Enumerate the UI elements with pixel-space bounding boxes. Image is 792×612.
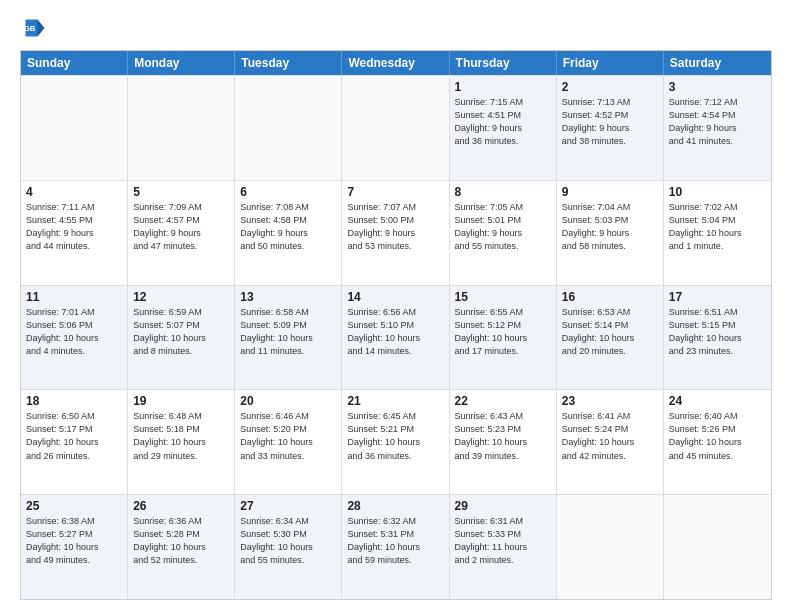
calendar: SundayMondayTuesdayWednesdayThursdayFrid… xyxy=(20,50,772,600)
logo: GB xyxy=(20,16,52,40)
calendar-cell: 10Sunrise: 7:02 AM Sunset: 5:04 PM Dayli… xyxy=(664,181,771,285)
day-number: 10 xyxy=(669,185,766,199)
calendar-cell: 21Sunrise: 6:45 AM Sunset: 5:21 PM Dayli… xyxy=(342,390,449,494)
day-info: Sunrise: 7:12 AM Sunset: 4:54 PM Dayligh… xyxy=(669,96,766,148)
day-number: 4 xyxy=(26,185,122,199)
calendar-header-cell: Sunday xyxy=(21,51,128,75)
calendar-cell: 25Sunrise: 6:38 AM Sunset: 5:27 PM Dayli… xyxy=(21,495,128,599)
day-info: Sunrise: 6:48 AM Sunset: 5:18 PM Dayligh… xyxy=(133,410,229,462)
calendar-cell xyxy=(664,495,771,599)
day-info: Sunrise: 6:58 AM Sunset: 5:09 PM Dayligh… xyxy=(240,306,336,358)
calendar-cell: 6Sunrise: 7:08 AM Sunset: 4:58 PM Daylig… xyxy=(235,181,342,285)
calendar-cell: 5Sunrise: 7:09 AM Sunset: 4:57 PM Daylig… xyxy=(128,181,235,285)
day-info: Sunrise: 6:55 AM Sunset: 5:12 PM Dayligh… xyxy=(455,306,551,358)
calendar-cell xyxy=(21,76,128,180)
calendar-body: 1Sunrise: 7:15 AM Sunset: 4:51 PM Daylig… xyxy=(21,75,771,599)
day-number: 28 xyxy=(347,499,443,513)
day-info: Sunrise: 7:04 AM Sunset: 5:03 PM Dayligh… xyxy=(562,201,658,253)
calendar-cell: 19Sunrise: 6:48 AM Sunset: 5:18 PM Dayli… xyxy=(128,390,235,494)
day-number: 2 xyxy=(562,80,658,94)
calendar-cell xyxy=(235,76,342,180)
day-info: Sunrise: 6:53 AM Sunset: 5:14 PM Dayligh… xyxy=(562,306,658,358)
calendar-row: 4Sunrise: 7:11 AM Sunset: 4:55 PM Daylig… xyxy=(21,180,771,285)
calendar-row: 25Sunrise: 6:38 AM Sunset: 5:27 PM Dayli… xyxy=(21,494,771,599)
day-number: 5 xyxy=(133,185,229,199)
calendar-cell: 29Sunrise: 6:31 AM Sunset: 5:33 PM Dayli… xyxy=(450,495,557,599)
day-number: 21 xyxy=(347,394,443,408)
calendar-header-cell: Monday xyxy=(128,51,235,75)
day-info: Sunrise: 7:13 AM Sunset: 4:52 PM Dayligh… xyxy=(562,96,658,148)
calendar-cell: 23Sunrise: 6:41 AM Sunset: 5:24 PM Dayli… xyxy=(557,390,664,494)
day-info: Sunrise: 6:56 AM Sunset: 5:10 PM Dayligh… xyxy=(347,306,443,358)
day-info: Sunrise: 7:08 AM Sunset: 4:58 PM Dayligh… xyxy=(240,201,336,253)
day-number: 7 xyxy=(347,185,443,199)
calendar-cell: 8Sunrise: 7:05 AM Sunset: 5:01 PM Daylig… xyxy=(450,181,557,285)
calendar-header-cell: Tuesday xyxy=(235,51,342,75)
calendar-cell: 11Sunrise: 7:01 AM Sunset: 5:06 PM Dayli… xyxy=(21,286,128,390)
calendar-cell: 27Sunrise: 6:34 AM Sunset: 5:30 PM Dayli… xyxy=(235,495,342,599)
calendar-header-cell: Saturday xyxy=(664,51,771,75)
day-number: 20 xyxy=(240,394,336,408)
day-info: Sunrise: 6:41 AM Sunset: 5:24 PM Dayligh… xyxy=(562,410,658,462)
day-info: Sunrise: 6:38 AM Sunset: 5:27 PM Dayligh… xyxy=(26,515,122,567)
day-info: Sunrise: 7:05 AM Sunset: 5:01 PM Dayligh… xyxy=(455,201,551,253)
calendar-cell: 4Sunrise: 7:11 AM Sunset: 4:55 PM Daylig… xyxy=(21,181,128,285)
day-number: 6 xyxy=(240,185,336,199)
calendar-cell: 15Sunrise: 6:55 AM Sunset: 5:12 PM Dayli… xyxy=(450,286,557,390)
calendar-row: 1Sunrise: 7:15 AM Sunset: 4:51 PM Daylig… xyxy=(21,75,771,180)
day-number: 15 xyxy=(455,290,551,304)
day-info: Sunrise: 6:32 AM Sunset: 5:31 PM Dayligh… xyxy=(347,515,443,567)
day-info: Sunrise: 6:50 AM Sunset: 5:17 PM Dayligh… xyxy=(26,410,122,462)
day-number: 18 xyxy=(26,394,122,408)
day-number: 1 xyxy=(455,80,551,94)
day-number: 16 xyxy=(562,290,658,304)
calendar-cell: 20Sunrise: 6:46 AM Sunset: 5:20 PM Dayli… xyxy=(235,390,342,494)
day-info: Sunrise: 6:45 AM Sunset: 5:21 PM Dayligh… xyxy=(347,410,443,462)
day-info: Sunrise: 6:59 AM Sunset: 5:07 PM Dayligh… xyxy=(133,306,229,358)
calendar-header-cell: Wednesday xyxy=(342,51,449,75)
calendar-cell xyxy=(128,76,235,180)
day-number: 17 xyxy=(669,290,766,304)
day-info: Sunrise: 6:46 AM Sunset: 5:20 PM Dayligh… xyxy=(240,410,336,462)
day-number: 26 xyxy=(133,499,229,513)
page-header: GB xyxy=(20,16,772,40)
calendar-cell: 1Sunrise: 7:15 AM Sunset: 4:51 PM Daylig… xyxy=(450,76,557,180)
calendar-cell: 13Sunrise: 6:58 AM Sunset: 5:09 PM Dayli… xyxy=(235,286,342,390)
calendar-cell: 16Sunrise: 6:53 AM Sunset: 5:14 PM Dayli… xyxy=(557,286,664,390)
svg-text:GB: GB xyxy=(24,24,36,33)
day-number: 9 xyxy=(562,185,658,199)
calendar-cell: 22Sunrise: 6:43 AM Sunset: 5:23 PM Dayli… xyxy=(450,390,557,494)
day-info: Sunrise: 7:02 AM Sunset: 5:04 PM Dayligh… xyxy=(669,201,766,253)
calendar-header-cell: Thursday xyxy=(450,51,557,75)
day-info: Sunrise: 7:11 AM Sunset: 4:55 PM Dayligh… xyxy=(26,201,122,253)
day-number: 23 xyxy=(562,394,658,408)
day-info: Sunrise: 7:15 AM Sunset: 4:51 PM Dayligh… xyxy=(455,96,551,148)
calendar-cell: 2Sunrise: 7:13 AM Sunset: 4:52 PM Daylig… xyxy=(557,76,664,180)
day-number: 14 xyxy=(347,290,443,304)
logo-icon: GB xyxy=(20,16,48,40)
calendar-row: 11Sunrise: 7:01 AM Sunset: 5:06 PM Dayli… xyxy=(21,285,771,390)
calendar-cell: 18Sunrise: 6:50 AM Sunset: 5:17 PM Dayli… xyxy=(21,390,128,494)
calendar-cell: 28Sunrise: 6:32 AM Sunset: 5:31 PM Dayli… xyxy=(342,495,449,599)
day-info: Sunrise: 6:43 AM Sunset: 5:23 PM Dayligh… xyxy=(455,410,551,462)
calendar-cell: 14Sunrise: 6:56 AM Sunset: 5:10 PM Dayli… xyxy=(342,286,449,390)
day-info: Sunrise: 6:51 AM Sunset: 5:15 PM Dayligh… xyxy=(669,306,766,358)
day-number: 25 xyxy=(26,499,122,513)
day-info: Sunrise: 6:34 AM Sunset: 5:30 PM Dayligh… xyxy=(240,515,336,567)
calendar-row: 18Sunrise: 6:50 AM Sunset: 5:17 PM Dayli… xyxy=(21,389,771,494)
day-info: Sunrise: 7:07 AM Sunset: 5:00 PM Dayligh… xyxy=(347,201,443,253)
day-number: 8 xyxy=(455,185,551,199)
calendar-cell xyxy=(557,495,664,599)
day-number: 12 xyxy=(133,290,229,304)
day-number: 22 xyxy=(455,394,551,408)
day-number: 29 xyxy=(455,499,551,513)
day-info: Sunrise: 6:31 AM Sunset: 5:33 PM Dayligh… xyxy=(455,515,551,567)
day-info: Sunrise: 7:09 AM Sunset: 4:57 PM Dayligh… xyxy=(133,201,229,253)
day-info: Sunrise: 6:36 AM Sunset: 5:28 PM Dayligh… xyxy=(133,515,229,567)
day-number: 13 xyxy=(240,290,336,304)
calendar-cell: 7Sunrise: 7:07 AM Sunset: 5:00 PM Daylig… xyxy=(342,181,449,285)
calendar-cell: 17Sunrise: 6:51 AM Sunset: 5:15 PM Dayli… xyxy=(664,286,771,390)
day-number: 3 xyxy=(669,80,766,94)
day-number: 24 xyxy=(669,394,766,408)
calendar-cell: 24Sunrise: 6:40 AM Sunset: 5:26 PM Dayli… xyxy=(664,390,771,494)
